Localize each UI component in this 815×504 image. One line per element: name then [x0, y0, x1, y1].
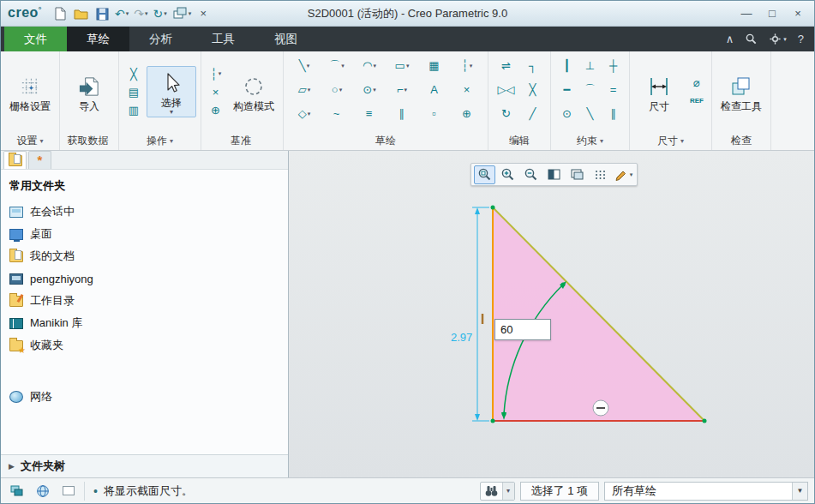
chevron-down-icon[interactable]: ▾	[502, 483, 514, 500]
minimize-button[interactable]: —	[735, 5, 758, 22]
combo-arrow-icon[interactable]: ▼	[792, 483, 807, 500]
group-label-inspect[interactable]: 检查	[712, 132, 770, 150]
group-label-edit[interactable]: 编辑	[488, 132, 550, 150]
minus-handle[interactable]	[593, 400, 608, 416]
refit-button[interactable]	[474, 165, 495, 184]
close-button[interactable]: ×	[787, 5, 809, 22]
save-button[interactable]	[93, 4, 111, 23]
perimeter-dimension-button[interactable]: ⌀	[686, 75, 707, 91]
nav-item-favorites[interactable]: 收藏夹	[1, 334, 288, 357]
group-label-get-data[interactable]: 获取数据	[60, 132, 118, 150]
mirror-tool[interactable]: ▷◁	[493, 80, 519, 99]
perpendicular-constraint[interactable]: ⊥	[578, 56, 602, 75]
nav-item-network[interactable]: 网络	[1, 386, 288, 408]
text-tool[interactable]: A	[418, 80, 451, 99]
group-label-constrain[interactable]: 约束▾	[551, 132, 629, 150]
point-tool[interactable]: ×	[451, 80, 483, 99]
tab-view[interactable]: 视图	[255, 27, 317, 51]
baseline-dimension-button[interactable]: REF	[686, 93, 707, 109]
vertex-top[interactable]	[491, 206, 495, 210]
height-dimension[interactable]	[472, 207, 489, 421]
paste-button[interactable]: ▥	[123, 102, 144, 118]
help-button[interactable]: ?	[798, 33, 804, 45]
options-button[interactable]: ▾	[769, 33, 787, 45]
panel-toggle-button[interactable]	[58, 482, 79, 501]
redo-button[interactable]: ↷▾	[132, 4, 149, 23]
vertex-bottom-left[interactable]	[491, 419, 495, 423]
navigator-toggle-button[interactable]	[7, 482, 27, 501]
filter-combobox[interactable]: 所有草绘 ▼	[604, 482, 808, 501]
spline-tool[interactable]: ~	[321, 104, 353, 123]
copy-button[interactable]: ▤	[123, 84, 144, 100]
find-button[interactable]: ▾	[480, 482, 515, 501]
nav-item-in-session[interactable]: 在会话中	[1, 201, 288, 223]
graphics-area[interactable]: 2.97	[289, 151, 814, 477]
vertical-constraint[interactable]: ┃	[555, 56, 578, 75]
display-style-button[interactable]	[543, 165, 565, 184]
rectangle-tool[interactable]: ▭▾	[386, 56, 418, 75]
sketch-display-button[interactable]: ▾	[613, 165, 634, 184]
nav-item-user[interactable]: pengzhiyong	[1, 267, 288, 290]
rhombus-tool[interactable]: ◇▾	[288, 104, 321, 123]
nav-item-workdir[interactable]: 工作目录	[1, 290, 288, 312]
concentric-circle-tool[interactable]: ⊙▾	[353, 80, 386, 99]
project-tool[interactable]: ▫	[418, 104, 451, 123]
windows-button[interactable]: ▾	[171, 4, 194, 23]
open-button[interactable]	[71, 4, 91, 23]
midpoint-constraint[interactable]: ┼	[602, 56, 625, 75]
palette-tool[interactable]: ▦	[418, 56, 451, 75]
centerline-tool[interactable]: ┆▾	[451, 56, 483, 75]
undo-button[interactable]: ↶▾	[113, 4, 130, 23]
group-label-dimension[interactable]: 尺寸▾	[630, 132, 711, 150]
nav-item-desktop[interactable]: 桌面	[1, 223, 288, 245]
inspect-tools-button[interactable]: 检查工具	[716, 69, 766, 114]
import-button[interactable]: 导入	[64, 69, 114, 114]
parallel-tool[interactable]: ∥	[386, 104, 418, 123]
rotate-resize-tool[interactable]: ↻	[493, 104, 519, 123]
tangent-constraint[interactable]: ⌒	[578, 80, 602, 99]
fillet-tool[interactable]: ⌐▾	[386, 80, 418, 99]
corner-tool[interactable]: ┐	[519, 56, 546, 75]
offset-tool[interactable]: ≡	[353, 104, 386, 123]
nav-item-manikin[interactable]: Manikin 库	[1, 312, 288, 334]
point-button[interactable]: ×	[206, 84, 226, 100]
parallel-constraint[interactable]: ∥	[602, 104, 625, 123]
construction-mode-button[interactable]: 构造模式	[229, 69, 279, 114]
horizontal-constraint[interactable]: ━	[555, 80, 578, 99]
folder-browser-tab[interactable]	[3, 151, 27, 169]
circle-tool[interactable]: ○▾	[321, 80, 353, 99]
delete-segment-tool[interactable]: ╳	[519, 80, 546, 99]
group-label-operations[interactable]: 操作▾	[119, 132, 201, 150]
zoom-out-button[interactable]	[520, 165, 542, 184]
browser-toggle-button[interactable]	[33, 482, 53, 501]
tab-sketch[interactable]: 草绘	[67, 27, 129, 51]
ellipse-tool[interactable]: ◠▾	[353, 56, 386, 75]
coordinate-tool[interactable]: ⊕	[451, 104, 483, 123]
group-label-settings[interactable]: 设置▾	[1, 132, 59, 150]
cut-button[interactable]: ╳	[123, 66, 144, 82]
favorites-tab[interactable]: *	[28, 151, 51, 169]
modify-tool[interactable]: ⇌	[493, 56, 519, 75]
group-label-datum[interactable]: 基准	[201, 132, 283, 150]
search-button[interactable]	[745, 33, 758, 45]
tab-analysis[interactable]: 分析	[129, 27, 192, 51]
maximize-button[interactable]: □	[761, 5, 783, 22]
dimension-button[interactable]: 尺寸	[634, 69, 684, 114]
folder-tree-bar[interactable]: ▶ 文件夹树	[1, 454, 288, 477]
zoom-in-button[interactable]	[497, 165, 518, 184]
nav-item-documents[interactable]: 我的文档	[1, 245, 288, 267]
symmetric-constraint[interactable]: ╲	[578, 104, 602, 123]
grid-settings-button[interactable]: 栅格设置	[5, 69, 55, 114]
divide-tool[interactable]: ╱	[519, 104, 546, 123]
select-button[interactable]: 选择 ▾	[147, 66, 196, 117]
tab-file[interactable]: 文件	[4, 27, 67, 51]
centerline-button[interactable]: ┆▾	[206, 66, 226, 82]
height-dimension-value[interactable]: 2.97	[451, 331, 472, 344]
collapse-ribbon-button[interactable]: ∧	[726, 33, 734, 45]
equal-constraint[interactable]: =	[602, 80, 625, 99]
line-tool[interactable]: ╲▾	[288, 56, 321, 75]
slanted-rectangle-tool[interactable]: ▱▾	[288, 80, 321, 99]
regenerate-button[interactable]: ↻▾	[151, 4, 168, 23]
csys-button[interactable]: ⊕	[206, 102, 226, 118]
close-window-button[interactable]: ×	[195, 4, 212, 23]
